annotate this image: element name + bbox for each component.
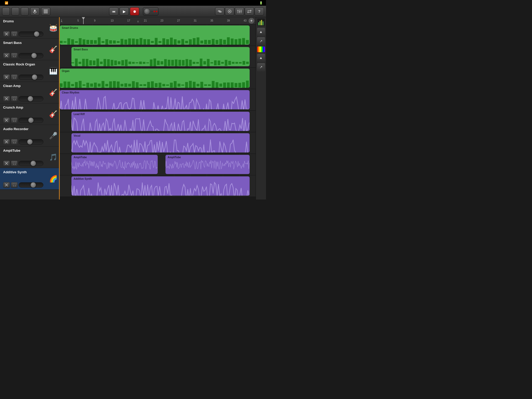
- mute-button-3[interactable]: [3, 96, 10, 102]
- svg-rect-13: [241, 11, 242, 11]
- toolbar-right-icons: ?: [215, 7, 264, 16]
- mute-button-1[interactable]: [3, 53, 10, 58]
- add-track-button[interactable]: +: [248, 18, 255, 24]
- volume-knob[interactable]: [144, 8, 150, 15]
- play-button[interactable]: ▶: [119, 7, 129, 16]
- mixer-button[interactable]: [235, 7, 244, 16]
- ruler-mark-27: 27: [177, 19, 180, 22]
- track-name-3: Clean Amp: [3, 84, 57, 88]
- instrument-icon-2: 🎹: [49, 67, 57, 75]
- volume-slider-3[interactable]: [19, 96, 43, 101]
- mute-button-7[interactable]: [3, 182, 10, 188]
- instruments-button[interactable]: [11, 7, 19, 16]
- mute-button-6[interactable]: [3, 161, 10, 166]
- headphone-button-1[interactable]: 🎧: [11, 53, 18, 58]
- headphone-button-2[interactable]: 🎧: [11, 74, 18, 80]
- waveform-6-1: [165, 159, 250, 170]
- record-button[interactable]: ⏺: [130, 7, 139, 16]
- wifi-icon: 📶: [5, 1, 8, 5]
- clip-0-0[interactable]: Smart Drums: [60, 25, 250, 45]
- loop-browser-button[interactable]: [225, 7, 234, 16]
- volume-slider-2[interactable]: [19, 75, 43, 80]
- svg-rect-5: [44, 13, 48, 13]
- tracks-scroll: Smart DrumsSmart BassOrganClean RhythmLe…: [60, 24, 256, 200]
- volume-slider-5[interactable]: [19, 139, 43, 144]
- track-row-0: Smart Drums: [60, 24, 256, 46]
- track-controls-2: 🎧: [3, 74, 57, 80]
- mute-button-0[interactable]: [3, 31, 10, 37]
- grid-line: [158, 154, 158, 175]
- clip-label-3-0: Clean Rhythm: [62, 91, 79, 94]
- clip-5-0[interactable]: Vocal: [71, 133, 250, 152]
- clip-label-2-0: Organ: [62, 70, 69, 72]
- track-row-7: Additive Synth: [60, 175, 256, 197]
- volume-slider-1[interactable]: [19, 53, 43, 58]
- svg-rect-4: [44, 12, 48, 12]
- rewind-button[interactable]: ⏮: [109, 7, 118, 16]
- clip-7-0[interactable]: Additive Synth: [71, 176, 250, 196]
- slider-thumb-0: [34, 31, 39, 37]
- clip-label-6-0: AmpliTube: [74, 156, 87, 159]
- clip-1-0[interactable]: Smart Bass: [71, 47, 250, 66]
- instrument-icon-3: 🎸: [49, 89, 57, 97]
- color-spectrum-button[interactable]: [257, 46, 265, 52]
- volume-slider-0[interactable]: [19, 31, 43, 37]
- settings-button[interactable]: [245, 7, 254, 16]
- volume-slider-4[interactable]: [19, 118, 43, 123]
- headphone-button-7[interactable]: 🎧: [11, 182, 18, 188]
- export2-button[interactable]: ↗: [257, 63, 265, 71]
- help-button[interactable]: ?: [255, 7, 264, 16]
- track-controls-0: 🎧: [3, 31, 57, 37]
- track-name-5: Audio Recorder: [3, 127, 57, 131]
- track-controls-1: 🎧: [3, 53, 57, 58]
- mute-button-4[interactable]: [3, 117, 10, 123]
- undo-button[interactable]: [21, 7, 29, 16]
- track-item-3: Clean Amp🎧🎸: [0, 82, 59, 103]
- slider-thumb-3: [28, 96, 33, 102]
- ruler-mark-5: 5: [77, 19, 79, 22]
- ruler-mark-21: 21: [144, 19, 147, 22]
- track-item-5: Audio Recorder🎧🎤: [0, 125, 59, 147]
- headphone-button-6[interactable]: 🎧: [11, 161, 18, 166]
- headphone-button-0[interactable]: 🎧: [11, 31, 18, 37]
- ruler-mark-43: 43: [244, 19, 247, 22]
- slider-thumb-6: [30, 161, 36, 166]
- headphone-button-3[interactable]: 🎧: [11, 96, 18, 102]
- ruler-mark-35: 35: [210, 19, 213, 22]
- svg-rect-32: [258, 22, 259, 25]
- svg-rect-2: [44, 10, 48, 10]
- smart-controls-button[interactable]: [215, 7, 224, 16]
- track-controls-4: 🎧: [3, 117, 57, 123]
- led-1: [151, 11, 153, 12]
- track-name-0: Drums: [3, 19, 57, 23]
- tracks-button[interactable]: [41, 7, 50, 16]
- mute-button-5[interactable]: [3, 139, 10, 145]
- move-up2-button[interactable]: ▲: [257, 54, 265, 62]
- headphone-button-4[interactable]: 🎧: [11, 117, 18, 123]
- clip-6-0[interactable]: AmpliTube: [71, 155, 158, 174]
- track-name-1: Smart Bass: [3, 41, 57, 45]
- instrument-icon-0: 🥁: [49, 24, 57, 32]
- clip-label-6-1: AmpliTube: [168, 156, 181, 159]
- microphone-button[interactable]: [30, 7, 39, 16]
- clip-6-1[interactable]: AmpliTube: [165, 155, 250, 174]
- clip-3-0[interactable]: Clean Rhythm: [60, 90, 250, 109]
- instrument-icon-7: 🌈: [49, 175, 57, 183]
- volume-slider-7[interactable]: [19, 182, 43, 188]
- move-up-button[interactable]: ▲: [257, 28, 265, 36]
- clip-label-0-0: Smart Drums: [62, 26, 78, 29]
- playhead[interactable]: [83, 17, 84, 24]
- clip-label-5-0: Vocal: [74, 134, 80, 137]
- export-button[interactable]: ↗: [257, 37, 265, 45]
- mute-button-2[interactable]: [3, 74, 10, 80]
- spectrum-button[interactable]: [257, 18, 265, 26]
- volume-slider-6[interactable]: [19, 161, 43, 166]
- headphone-button-5[interactable]: 🎧: [11, 139, 18, 145]
- my-songs-button[interactable]: [2, 7, 10, 16]
- waveform-0-0: [60, 30, 250, 45]
- clip-4-0[interactable]: Lead Riff: [71, 112, 250, 131]
- clip-2-0[interactable]: Organ: [60, 69, 250, 88]
- playhead-triangle: [82, 17, 85, 20]
- ruler-inner: 159131721232731353943AB: [61, 17, 247, 24]
- track-controls-7: 🎧: [3, 182, 57, 188]
